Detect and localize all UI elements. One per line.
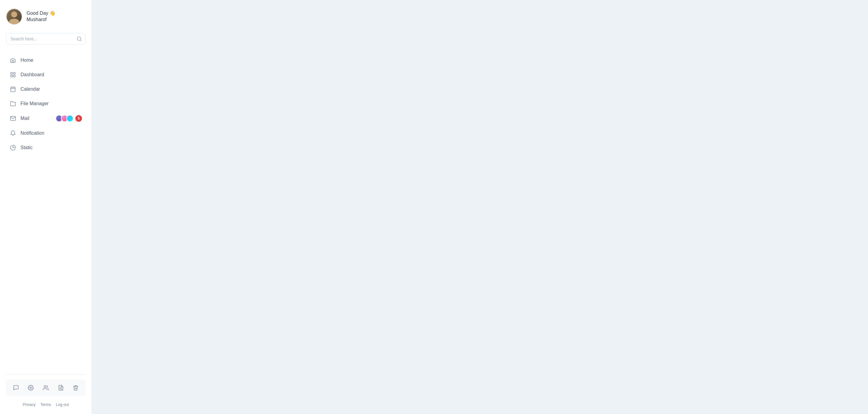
- bottom-toolbar: [6, 379, 86, 396]
- search-input[interactable]: [6, 33, 86, 44]
- document-icon: [58, 385, 64, 391]
- user-profile: Good Day 👋 Musharof: [6, 8, 86, 25]
- sidebar: Good Day 👋 Musharof Home: [0, 0, 92, 414]
- bell-icon: [10, 130, 16, 136]
- calendar-icon: [10, 86, 16, 93]
- privacy-link[interactable]: Privacy: [23, 402, 36, 407]
- footer-links: Privacy Terms Log out: [6, 402, 86, 407]
- username-text: Musharof: [27, 17, 56, 23]
- mail-avatar-3: [66, 115, 73, 122]
- search-button[interactable]: [76, 36, 82, 41]
- sidebar-item-file-manager-label: File Manager: [21, 101, 82, 106]
- mail-extras: 5: [56, 115, 82, 122]
- pie-icon: [10, 144, 16, 151]
- svg-rect-4: [11, 75, 13, 77]
- sidebar-item-file-manager[interactable]: File Manager: [6, 97, 86, 110]
- avatar: [6, 8, 22, 25]
- svg-rect-3: [13, 73, 16, 74]
- users-icon: [43, 385, 49, 391]
- greeting-text: Good Day 👋: [27, 10, 56, 17]
- svg-line-1: [80, 40, 81, 41]
- folder-icon: [10, 100, 16, 107]
- avatar-stack: [56, 115, 73, 122]
- sidebar-item-static-label: Static: [21, 145, 82, 150]
- trash-icon: [73, 385, 79, 391]
- sidebar-item-mail[interactable]: Mail 5: [6, 112, 86, 125]
- trash-button[interactable]: [71, 383, 81, 392]
- sidebar-divider: [6, 374, 86, 375]
- mail-badge: 5: [75, 115, 82, 122]
- search-icon: [76, 36, 82, 41]
- gear-icon: [28, 385, 34, 391]
- user-info: Good Day 👋 Musharof: [27, 10, 56, 23]
- svg-point-10: [30, 387, 32, 389]
- sidebar-item-dashboard[interactable]: Dashboard: [6, 68, 86, 82]
- sidebar-item-home-label: Home: [21, 58, 82, 63]
- sidebar-item-static[interactable]: Static: [6, 141, 86, 154]
- svg-rect-6: [11, 87, 16, 92]
- chat-button[interactable]: [11, 383, 21, 392]
- home-icon: [10, 57, 16, 64]
- main-content: [92, 0, 868, 414]
- sidebar-item-notification-label: Notification: [21, 130, 82, 136]
- logout-link[interactable]: Log out: [56, 402, 69, 407]
- search-container: [6, 33, 86, 44]
- sidebar-item-home[interactable]: Home: [6, 54, 86, 67]
- sidebar-item-notification[interactable]: Notification: [6, 127, 86, 140]
- sidebar-item-dashboard-label: Dashboard: [21, 72, 82, 77]
- svg-point-11: [44, 386, 46, 388]
- nav-list: Home Dashboard: [6, 54, 86, 370]
- document-button[interactable]: [56, 383, 66, 392]
- settings-button[interactable]: [26, 383, 36, 392]
- sidebar-item-calendar[interactable]: Calendar: [6, 83, 86, 96]
- svg-rect-5: [13, 75, 16, 77]
- sidebar-item-mail-label: Mail: [21, 116, 51, 121]
- dashboard-icon: [10, 71, 16, 78]
- chat-icon: [13, 385, 19, 391]
- mail-icon: [10, 115, 16, 122]
- users-button[interactable]: [41, 383, 51, 392]
- terms-link[interactable]: Terms: [40, 402, 51, 407]
- svg-rect-2: [11, 73, 13, 74]
- sidebar-item-calendar-label: Calendar: [21, 87, 82, 92]
